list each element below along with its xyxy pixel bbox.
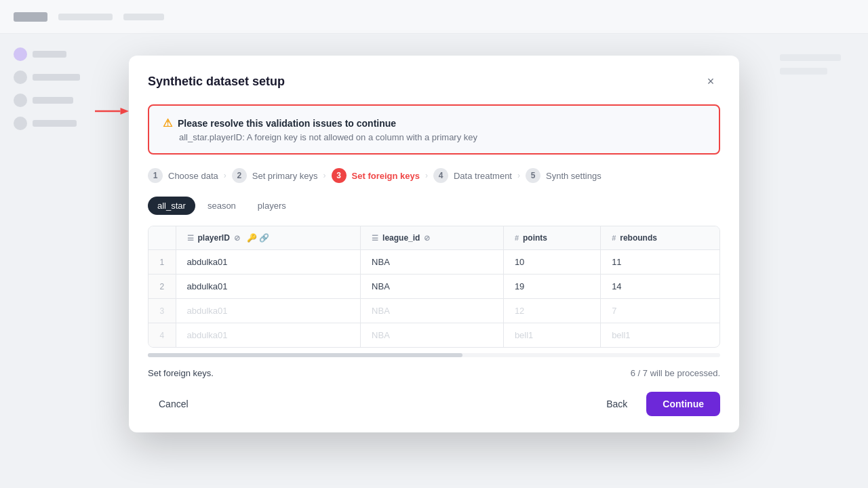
playerid-header[interactable]: ☰ playerID ⊘ 🔑 🔗 — [176, 226, 361, 250]
cell-rebounds: 7 — [601, 299, 719, 323]
step-4-num: 4 — [433, 168, 448, 183]
text-type-icon: ☰ — [187, 234, 194, 243]
step-5-num: 5 — [526, 168, 540, 183]
step-5: 5 Synth settings — [526, 168, 601, 183]
tab-season[interactable]: season — [198, 197, 245, 215]
cell-playerid: abdulka01 — [176, 323, 361, 348]
key-icon: 🔑 — [247, 233, 257, 243]
rebounds-label: rebounds — [620, 233, 657, 243]
number-type-icon: # — [612, 234, 616, 242]
text-type-icon: ☰ — [372, 234, 378, 243]
step-3-label: Set foreign keys — [352, 171, 420, 181]
step-2-num: 2 — [232, 168, 247, 183]
horizontal-scrollbar[interactable] — [148, 353, 720, 357]
cell-playerid: abdulka01 — [176, 250, 361, 274]
table-header-row: ☰ playerID ⊘ 🔑 🔗 ☰ — [149, 226, 719, 250]
tab-all-star[interactable]: all_star — [148, 197, 195, 215]
step-arrow: › — [425, 171, 428, 180]
footer-info: Set foreign keys. 6 / 7 will be processe… — [129, 357, 739, 384]
synthetic-dataset-modal: Synthetic dataset setup × ⚠ Please resol… — [129, 56, 739, 432]
row-number: 1 — [149, 250, 176, 274]
step-arrow: › — [517, 171, 520, 180]
footer-label: Set foreign keys. — [148, 368, 214, 378]
step-5-label: Synth settings — [546, 171, 601, 181]
rebounds-header[interactable]: # rebounds — [601, 226, 719, 250]
cell-points: 12 — [503, 299, 600, 323]
cell-playerid: abdulka01 — [176, 274, 361, 299]
data-table: ☰ playerID ⊘ 🔑 🔗 ☰ — [149, 226, 719, 347]
scrollbar-thumb — [148, 353, 462, 357]
table-row: 1abdulka01NBA1011 — [149, 250, 719, 274]
data-table-container: ☰ playerID ⊘ 🔑 🔗 ☰ — [148, 226, 720, 348]
row-number: 4 — [149, 323, 176, 348]
cell-rebounds: bell1 — [601, 323, 719, 348]
step-arrow: › — [323, 171, 326, 180]
table-row: 2abdulka01NBA1914 — [149, 274, 719, 299]
modal-title: Synthetic dataset setup — [148, 75, 285, 89]
points-label: points — [523, 233, 547, 243]
continue-button[interactable]: Continue — [646, 392, 720, 416]
row-number: 2 — [149, 274, 176, 299]
cell-leagueid: NBA — [361, 299, 504, 323]
footer-count: 6 / 7 will be processed. — [631, 368, 720, 378]
hide-icon: ⊘ — [424, 234, 430, 243]
back-button[interactable]: Back — [595, 393, 638, 415]
table-row: 4abdulka01NBAbell1bell1 — [149, 323, 719, 348]
points-header[interactable]: # points — [503, 226, 600, 250]
close-button[interactable]: × — [701, 72, 720, 91]
tab-players[interactable]: players — [248, 197, 296, 215]
row-num-header — [149, 226, 176, 250]
step-4: 4 Data treatment — [433, 168, 512, 183]
cancel-button[interactable]: Cancel — [148, 393, 199, 415]
cell-leagueid: NBA — [361, 274, 504, 299]
leagueid-label: league_id — [382, 233, 420, 243]
right-action-buttons: Back Continue — [595, 392, 720, 416]
steps-nav: 1 Choose data › 2 Set primary keys › 3 S… — [129, 168, 739, 197]
validation-arrow — [95, 103, 129, 119]
cell-rebounds: 11 — [601, 250, 719, 274]
hide-icon: ⊘ — [234, 234, 240, 243]
cell-playerid: abdulka01 — [176, 299, 361, 323]
row-number: 3 — [149, 299, 176, 323]
alert-message: all_star.playerID: A foreign key is not … — [163, 132, 705, 142]
key-icons: 🔑 🔗 — [247, 233, 269, 243]
step-1: 1 Choose data — [148, 168, 218, 183]
warning-icon: ⚠ — [163, 117, 172, 129]
cell-points: 19 — [503, 274, 600, 299]
cell-leagueid: NBA — [361, 250, 504, 274]
svg-marker-1 — [121, 108, 130, 115]
step-1-label: Choose data — [168, 171, 218, 181]
step-2-label: Set primary keys — [252, 171, 318, 181]
number-type-icon: # — [515, 234, 519, 242]
cell-points: 10 — [503, 250, 600, 274]
leagueid-header[interactable]: ☰ league_id ⊘ — [361, 226, 504, 250]
validation-alert: ⚠ Please resolve this validation issues … — [148, 104, 720, 155]
playerid-label: playerID — [198, 233, 230, 243]
step-4-label: Data treatment — [454, 171, 512, 181]
link-icon: 🔗 — [259, 233, 269, 243]
step-1-num: 1 — [148, 168, 163, 183]
step-2: 2 Set primary keys — [232, 168, 318, 183]
cell-rebounds: 14 — [601, 274, 719, 299]
alert-title: ⚠ Please resolve this validation issues … — [163, 117, 705, 129]
cell-points: bell1 — [503, 323, 600, 348]
step-arrow: › — [224, 171, 226, 180]
footer-actions: Cancel Back Continue — [129, 384, 739, 432]
modal-backdrop: Synthetic dataset setup × ⚠ Please resol… — [0, 0, 868, 488]
step-3: 3 Set foreign keys — [332, 168, 420, 183]
step-3-num: 3 — [332, 168, 347, 183]
table-row: 3abdulka01NBA127 — [149, 299, 719, 323]
modal-header: Synthetic dataset setup × — [129, 56, 739, 104]
cell-leagueid: NBA — [361, 323, 504, 348]
table-tabs: all_star season players — [129, 197, 739, 215]
